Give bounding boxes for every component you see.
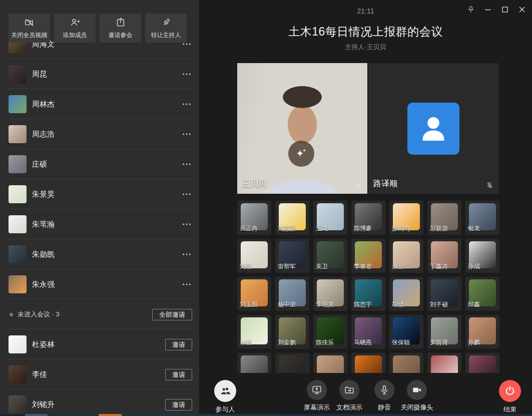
more-options-icon[interactable] xyxy=(181,129,192,140)
pin-button[interactable] xyxy=(464,3,478,16)
participant-name: 刘志新 xyxy=(278,224,296,233)
panel-top-spacer xyxy=(0,0,199,14)
participant-video-tile[interactable]: 王龙 xyxy=(313,201,347,235)
participant-name: 邱鑫 xyxy=(468,300,480,309)
add-member-button[interactable]: 添加成员 xyxy=(54,14,96,43)
participant-avatar xyxy=(9,395,27,413)
participant-name: 朱景昊 xyxy=(32,190,55,199)
invite-to-meeting-button[interactable]: 邀请参会 xyxy=(100,14,141,43)
more-options-icon[interactable] xyxy=(181,279,192,290)
participant-name: 刘铭升 xyxy=(32,400,55,409)
invite-all-button[interactable]: 全部邀请 xyxy=(152,309,192,320)
participant-name: 沙剑鸣 xyxy=(392,224,410,233)
participant-row[interactable]: 周志浩 xyxy=(0,119,199,149)
invite-button[interactable]: 邀请 xyxy=(165,399,192,410)
speaker-avatar-tile[interactable]: 路译顺 xyxy=(368,63,498,194)
share-up-icon xyxy=(115,17,126,28)
participant-video-tile[interactable]: 刘金鹏 xyxy=(275,315,309,349)
participant-video-tile[interactable]: 沙剑鸣 xyxy=(389,201,423,235)
participant-video-tile[interactable]: 李明昊 xyxy=(313,277,347,311)
participants-list: 周海文 周昆 周林杰 周志浩 庄硕 朱景昊 xyxy=(0,29,199,414)
participant-video-tile[interactable]: 银龙 xyxy=(465,201,499,235)
minimize-button[interactable] xyxy=(481,3,495,16)
person-add-icon xyxy=(70,17,81,28)
participant-video-tile[interactable]: 孙麟 xyxy=(465,315,499,349)
participant-video-tile[interactable]: 罗雨霄 xyxy=(427,315,461,349)
participant-video-tile[interactable]: 孙成 xyxy=(465,239,499,273)
participant-row[interactable]: 庄硕 xyxy=(0,149,199,179)
participant-name: 胡倩 xyxy=(392,300,404,309)
participant-video-tile[interactable]: 邱鑫 xyxy=(465,277,499,311)
speaker-video-tile[interactable]: 王贝贝 xyxy=(237,63,367,194)
doc-share-icon xyxy=(344,384,355,395)
participant-video-tile[interactable]: 吕正冉 xyxy=(237,201,271,235)
participant-video-tile[interactable]: 雷帮军 xyxy=(275,239,309,273)
participant-name: 吕正冉 xyxy=(240,224,258,233)
minimize-icon xyxy=(484,6,492,14)
participant-video-tile[interactable]: 刘倩 xyxy=(237,239,271,273)
more-options-icon[interactable] xyxy=(181,159,192,170)
close-camera-button[interactable]: 关闭摄像头 xyxy=(392,380,442,412)
participant-video-tile[interactable]: 马晓燕 xyxy=(351,315,385,349)
participant-row[interactable]: 周昆 xyxy=(0,59,199,89)
participant-video-tile[interactable]: 陈佳乐 xyxy=(313,315,347,349)
participant-name: 杜姿林 xyxy=(32,340,55,349)
close-button[interactable] xyxy=(515,3,529,16)
participant-video-tile[interactable]: 刘志新 xyxy=(275,201,309,235)
window-controls xyxy=(464,3,529,16)
participant-name: 陈佳乐 xyxy=(316,338,334,347)
participant-row[interactable]: 周林杰 xyxy=(0,89,199,119)
beauty-filter-button[interactable] xyxy=(288,141,314,167)
participant-video-tile[interactable]: 丁鑫涛 xyxy=(427,239,461,273)
participant-video-tile[interactable]: 吴卫 xyxy=(313,239,347,273)
more-options-icon[interactable] xyxy=(181,99,192,110)
participant-video-tile[interactable]: 张保聪 xyxy=(389,315,423,349)
control-label: 参与人 xyxy=(216,405,235,414)
close-all-video-button[interactable]: 关闭全员视频 xyxy=(9,14,50,43)
more-options-icon[interactable] xyxy=(181,219,192,230)
participant-name: 陈思宇 xyxy=(354,300,372,309)
participant-video-tile[interactable]: 杨中望 xyxy=(275,277,309,311)
participant-name: 彭新源 xyxy=(430,224,448,233)
participant-name: 罗雨霄 xyxy=(430,338,448,347)
participant-video-tile[interactable]: 刘子硕 xyxy=(427,277,461,311)
participant-video-tile[interactable]: 陈思宇 xyxy=(351,277,385,311)
participants-button[interactable]: 参与人 xyxy=(200,380,250,414)
participant-name: 周昆 xyxy=(32,70,47,79)
featured-speakers: 王贝贝 路译顺 xyxy=(237,63,498,194)
participant-row[interactable]: 朱景昊 xyxy=(0,179,199,209)
participant-video-tile[interactable]: 彭新源 xyxy=(427,201,461,235)
control-label: 静音 xyxy=(378,403,391,412)
participant-avatar xyxy=(9,185,27,203)
participant-name: 王龙 xyxy=(316,224,328,233)
participant-name: 刘倩 xyxy=(240,262,252,271)
participant-video-tile[interactable]: 林畅 xyxy=(237,315,271,349)
participant-video-tile[interactable]: 康丛阳 xyxy=(389,239,423,273)
participant-video-tile[interactable]: 陈博豪 xyxy=(351,201,385,235)
control-label: 结束 xyxy=(503,405,516,414)
participant-row[interactable]: 朱苇瀚 xyxy=(0,209,199,239)
maximize-button[interactable] xyxy=(498,3,512,16)
participant-video-tile[interactable]: 胡倩 xyxy=(389,277,423,311)
pending-participant-row[interactable]: 杜姿林 邀请 xyxy=(0,329,199,359)
more-options-icon[interactable] xyxy=(181,69,192,80)
mic-icon xyxy=(379,384,390,395)
more-options-icon[interactable] xyxy=(181,189,192,200)
participant-video-tile[interactable]: 季睿君 xyxy=(351,239,385,273)
end-meeting-button[interactable]: 结束 xyxy=(485,380,532,414)
pending-participant-row[interactable]: 李佳 邀请 xyxy=(0,359,199,389)
participant-name: 刘子硕 xyxy=(430,300,448,309)
invite-button[interactable]: 邀请 xyxy=(165,339,192,350)
speaker-name: 路译顺 xyxy=(373,179,397,189)
control-label: 文档演示 xyxy=(336,403,362,412)
participant-row[interactable]: 朱永强 xyxy=(0,269,199,299)
transfer-host-button[interactable]: 转让主持人 xyxy=(145,14,187,43)
participant-name: 李佳 xyxy=(32,370,47,379)
invite-button[interactable]: 邀请 xyxy=(165,369,192,380)
pending-section-header: 未进入会议 · 3 全部邀请 xyxy=(0,299,199,329)
meeting-stage: 21:11 土木16每日情况上报群的会议 主持人·王贝贝 xyxy=(199,0,532,414)
more-options-icon[interactable] xyxy=(181,249,192,260)
participant-video-tile[interactable]: 刘玉彪 xyxy=(237,277,271,311)
participant-row[interactable]: 朱勋凯 xyxy=(0,239,199,269)
pending-participant-row[interactable]: 刘铭升 邀请 xyxy=(0,389,199,414)
